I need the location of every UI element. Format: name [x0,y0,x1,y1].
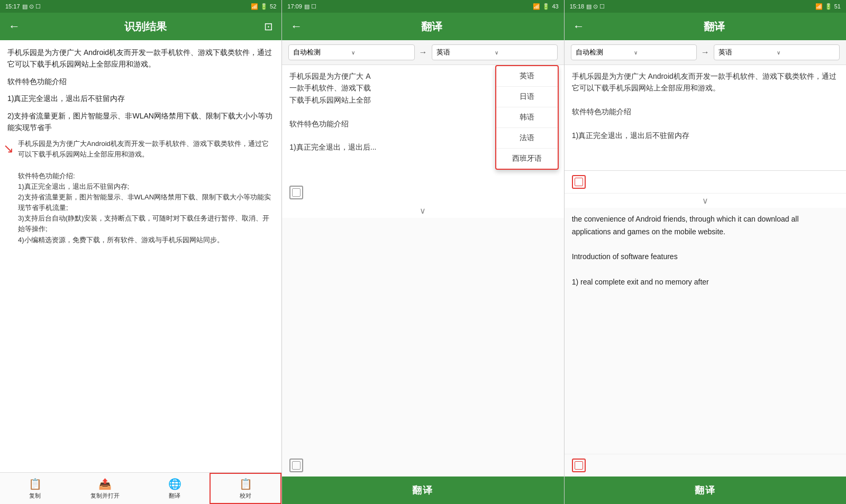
translate-controls-2: 自动检测 ∨ → 英语 ∨ [282,40,563,65]
copy-icon-button-bottom-2[interactable] [289,459,303,472]
target-lang-select-2[interactable]: 英语 ∨ [432,44,558,60]
output-para-1: the convenience of Android friends, thro… [572,213,839,239]
bottom-toolbar: 📋 复制 📤 复制并打开 🌐 翻译 📋 校对 [0,472,281,504]
lang-direction-arrow-3: → [701,48,709,57]
output-para-3: 1) real complete exit and no memory afte… [572,276,839,289]
header-2: ← 翻译 [282,13,563,40]
translate-button-toolbar[interactable]: 🌐 翻译 [140,473,210,504]
copy-icon-area-bottom-2 [282,454,563,476]
screen3: 15:18 ▤ ⊙ ☐ 📶 🔋 51 ← 翻译 自动检测 ∨ → 英语 ∨ [565,0,846,504]
status-icons-1: 📶 🔋 52 [251,3,276,10]
share-icon: 📤 [98,478,112,490]
lang-option-spanish[interactable]: 西班牙语 [496,149,558,169]
status-time-1: 15:17 ▤ ⊙ ☐ [5,3,41,10]
page-title-3: 翻译 [591,20,838,34]
copy-button[interactable]: 📋 复制 [0,473,70,504]
source-lang-arrow-3: ∨ [634,50,692,56]
content-para-1: 手机乐园是为方便广大 Android机友而开发一款手机软件、游戏下载类软件，通过… [7,47,274,70]
lang-option-english[interactable]: 英语 [496,66,558,87]
copy-icon: 📋 [29,478,42,490]
input-section-3[interactable]: 手机乐园是为方便广大 Android机友而开发一款手机软件、游戏下载类软件，通过… [565,65,846,171]
screen2: 17:09 ▤ ☐ 📶 🔋 43 ← 翻译 自动检测 ∨ → 英语 ∨ [282,0,564,504]
lang-direction-arrow-2: → [419,48,427,57]
output-section-2 [282,218,563,454]
lang-option-french[interactable]: 法语 [496,128,558,149]
back-button-3[interactable]: ← [573,20,585,33]
target-lang-select-3[interactable]: 英语 ∨ [714,44,840,60]
chevron-down-3: ∨ [565,194,846,208]
translate-action-button-3[interactable]: 翻译 [565,476,846,504]
status-bar-1: 15:17 ▤ ⊙ ☐ 📶 🔋 52 [0,0,281,13]
status-icons-2: 📶 🔋 43 [533,3,558,10]
source-lang-label-3: 自动检测 [576,48,634,57]
translate-icon: 🌐 [168,478,181,490]
annotation-text: 手机乐园是为方便广大Android机友而开发一款手机软件、游戏下载类软件，通过它… [18,139,274,245]
copy-open-label: 复制并打开 [90,492,120,500]
annotation-block: ↘ 手机乐园是为方便广大Android机友而开发一款手机软件、游戏下载类软件，通… [7,139,274,245]
copy-open-button[interactable]: 📤 复制并打开 [70,473,140,504]
copy-label: 复制 [29,492,41,500]
output-para-2: Introduction of software features [572,251,839,263]
red-arrow-icon: ↘ [3,139,14,159]
source-lang-arrow-2: ∨ [351,50,410,56]
page-title-1: 识别结果 [26,20,264,34]
target-lang-label-2: 英语 [436,48,495,57]
back-button-1[interactable]: ← [8,20,20,33]
screen1: 15:17 ▤ ⊙ ☐ 📶 🔋 52 ← 识别结果 ⊡ 手机乐园是为方便广大 A… [0,0,282,504]
status-time-2: 17:09 ▤ ☐ [287,3,316,10]
lang-option-japanese[interactable]: 日语 [496,87,558,107]
content-para-4: 2)支持省流量更新，图片智能显示、非WLAN网络禁用下载、限制下载大小小等功能实… [7,110,274,134]
status-time-3: 15:18 ▤ ⊙ ☐ [570,3,605,10]
source-lang-select-3[interactable]: 自动检测 ∨ [571,44,697,60]
proofread-icon: 📋 [239,478,252,490]
copy-icon-area-bottom-3 [565,454,846,476]
copy-icon-area-3 [565,171,846,194]
proofread-button[interactable]: 📋 校对 [210,473,281,504]
source-lang-select-2[interactable]: 自动检测 ∨ [288,44,414,60]
output-section-3: the convenience of Android friends, thro… [565,208,846,454]
status-bar-2: 17:09 ▤ ☐ 📶 🔋 43 [282,0,563,13]
header-3: ← 翻译 [565,13,846,40]
translate-action-button-2[interactable]: 翻译 [282,476,563,504]
copy-icon-inner-2 [292,188,301,197]
copy-icon-button-bottom-3[interactable] [572,459,586,472]
status-icons-3: 📶 🔋 51 [815,3,841,10]
split-content-2: 手机乐园是为方便广大 A一款手机软件、游戏下载下载手机乐园网站上全部软件特色功能… [282,65,563,476]
back-button-2[interactable]: ← [290,20,302,33]
copy-icon-button-2[interactable] [289,186,303,199]
content-para-3: 1)真正完全退出，退出后不驻留内存 [7,93,274,104]
language-dropdown: ↓ 英语 日语 韩语 法语 西班牙语 [495,65,559,170]
copy-icon-button-3[interactable] [572,175,586,189]
app-container: 15:17 ▤ ⊙ ☐ 📶 🔋 52 ← 识别结果 ⊡ 手机乐园是为方便广大 A… [0,0,846,504]
target-lang-arrow-3: ∨ [777,50,835,56]
copy-icon-area-2 [282,181,563,204]
header-1: ← 识别结果 ⊡ [0,13,281,40]
input-text-2: 手机乐园是为方便广大 A一款手机软件、游戏下载下载手机乐园网站上全部软件特色功能… [289,72,376,151]
page-title-2: 翻译 [308,20,555,34]
source-lang-label-2: 自动检测 [293,48,351,57]
target-lang-label-3: 英语 [718,48,777,57]
content-area-1: 手机乐园是为方便广大 Android机友而开发一款手机软件、游戏下载类软件，通过… [0,40,281,472]
content-para-2: 软件特色功能介绍 [7,76,274,87]
target-lang-arrow-2: ∨ [495,50,553,56]
lang-option-korean[interactable]: 韩语 [496,107,558,128]
notification-icons: ▤ ⊙ ☐ [22,3,41,10]
translate-label-toolbar: 翻译 [169,492,180,500]
scan-icon[interactable]: ⊡ [264,20,273,33]
input-text-3: 手机乐园是为方便广大 Android机友而开发一款手机软件、游戏下载类软件，通过… [572,72,836,140]
proofread-label: 校对 [240,492,251,500]
translate-controls-3: 自动检测 ∨ → 英语 ∨ [565,40,846,65]
chevron-down-2: ∨ [282,204,563,218]
status-bar-3: 15:18 ▤ ⊙ ☐ 📶 🔋 51 [565,0,846,13]
